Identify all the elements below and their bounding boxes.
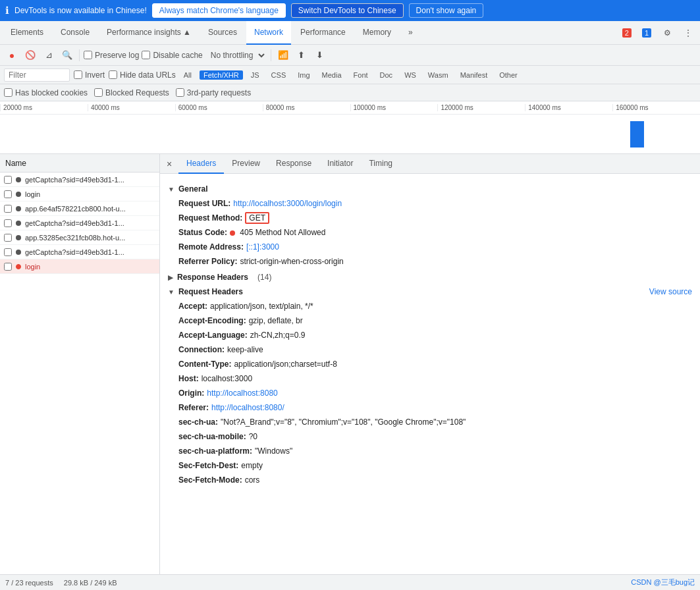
tab-memory[interactable]: Memory <box>355 21 399 45</box>
sec-ch-ua-platform-val: "Windows" <box>255 445 292 457</box>
filter-font[interactable]: Font <box>350 70 372 80</box>
throttle-select[interactable]: No throttling <box>205 49 267 62</box>
detail-tab-timing[interactable]: Timing <box>361 154 400 174</box>
request-item[interactable]: app.53285ec321fcb08b.hot-u... <box>0 230 159 245</box>
hide-data-urls-checkbox[interactable] <box>109 70 117 79</box>
request-name: getCaptcha?sid=d49eb3d1-1... <box>25 248 155 256</box>
request-item[interactable]: getCaptcha?sid=d49eb3d1-1... <box>0 245 159 259</box>
request-checkbox[interactable] <box>4 248 12 256</box>
sec-fetch-mode-row: Sec-Fetch-Mode: cors <box>168 474 692 486</box>
settings-button[interactable]: ⚙ <box>658 24 676 42</box>
third-party-checkbox[interactable] <box>176 88 184 97</box>
response-headers-title: Response Headers <box>177 273 248 282</box>
dont-show-again-button[interactable]: Don't show again <box>409 3 484 18</box>
message-badge-button[interactable]: 1 <box>638 27 655 39</box>
tab-console-label: Console <box>61 28 90 37</box>
cookies-bar: Has blocked cookies Blocked Requests 3rd… <box>0 84 700 101</box>
tab-performance-insights[interactable]: Performance insights ▲ <box>99 21 199 45</box>
accept-encoding-val: gzip, deflate, br <box>249 315 303 327</box>
filter-css[interactable]: CSS <box>267 70 290 80</box>
referrer-policy-val: strict-origin-when-cross-origin <box>240 255 343 267</box>
detail-tab-initiator[interactable]: Initiator <box>319 154 361 174</box>
has-blocked-cookies-label[interactable]: Has blocked cookies <box>4 88 88 97</box>
request-name: getCaptcha?sid=d49eb3d1-1... <box>25 219 155 227</box>
request-item[interactable]: app.6e4af578221cb800.hot-u... <box>0 201 159 216</box>
has-blocked-cookies-checkbox[interactable] <box>4 88 13 97</box>
disable-cache-checkbox[interactable] <box>142 51 150 59</box>
preserve-log-checkbox[interactable] <box>84 51 92 59</box>
timeline-bar <box>630 121 644 148</box>
tab-memory-label: Memory <box>363 28 391 37</box>
status-dot <box>16 177 21 182</box>
switch-devtools-button[interactable]: Switch DevTools to Chinese <box>291 3 404 18</box>
filter-all[interactable]: All <box>180 70 196 80</box>
remote-address-val: [::1]:3000 <box>246 241 279 253</box>
content-type-val: application/json;charset=utf-8 <box>234 358 337 370</box>
filter-bar: Invert Hide data URLs All Fetch/XHR JS C… <box>0 66 700 84</box>
filter-toggle-button[interactable]: ⊿ <box>41 47 57 63</box>
general-section-header[interactable]: ▼ General <box>168 184 692 194</box>
response-headers-triangle: ▶ <box>168 274 173 281</box>
third-party-label[interactable]: 3rd-party requests <box>176 88 251 97</box>
status-code-row: Status Code: 405 Method Not Allowed <box>168 227 692 238</box>
more-options-button[interactable]: ⋮ <box>679 24 697 42</box>
filter-input[interactable] <box>4 68 70 82</box>
request-headers-section-header[interactable]: ▼ Request Headers View source <box>168 287 692 296</box>
filter-wasm[interactable]: Wasm <box>424 70 452 80</box>
request-item[interactable]: getCaptcha?sid=d49eb3d1-1... <box>0 216 159 230</box>
blocked-requests-label[interactable]: Blocked Requests <box>94 88 169 97</box>
filter-fetch-xhr[interactable]: Fetch/XHR <box>200 70 243 80</box>
request-item[interactable]: login <box>0 187 159 201</box>
tab-network[interactable]: Network <box>246 21 291 45</box>
sec-fetch-mode-key: Sec-Fetch-Mode: <box>178 474 242 486</box>
upload-button[interactable]: ⬆ <box>294 47 310 63</box>
sec-ch-ua-val: "Not?A_Brand";v="8", "Chromium";v="108",… <box>221 416 466 428</box>
error-badge-button[interactable]: 2 <box>618 27 635 39</box>
request-checkbox[interactable] <box>4 205 12 213</box>
record-button[interactable]: ● <box>4 47 20 63</box>
tab-sources[interactable]: Sources <box>200 21 245 45</box>
request-name: app.6e4af578221cb800.hot-u... <box>25 205 155 213</box>
wifi-icon: 📶 <box>278 50 288 60</box>
view-source-button[interactable]: View source <box>649 287 692 296</box>
toolbar-separator-2 <box>271 49 271 61</box>
filter-doc[interactable]: Doc <box>376 70 397 80</box>
request-checkbox[interactable] <box>4 219 12 227</box>
invert-checkbox[interactable] <box>74 70 82 79</box>
preserve-log-label[interactable]: Preserve log <box>84 51 139 60</box>
detail-tab-preview[interactable]: Preview <box>224 154 268 174</box>
filter-ws[interactable]: WS <box>400 70 420 80</box>
filter-img[interactable]: Img <box>294 70 313 80</box>
wifi-button[interactable]: 📶 <box>275 47 291 63</box>
download-button[interactable]: ⬇ <box>312 47 328 63</box>
detail-tab-initiator-label: Initiator <box>327 159 353 168</box>
request-checkbox[interactable] <box>4 176 12 184</box>
request-item[interactable]: getCaptcha?sid=d49eb3d1-1... <box>0 173 159 187</box>
watermark: CSDN @三毛bug记 <box>631 577 695 587</box>
filter-other[interactable]: Other <box>495 70 522 80</box>
detail-tab-headers[interactable]: Headers <box>178 154 224 174</box>
search-button[interactable]: 🔍 <box>59 47 75 63</box>
blocked-requests-checkbox[interactable] <box>94 88 103 97</box>
tab-elements[interactable]: Elements <box>3 21 51 45</box>
request-checkbox[interactable] <box>4 190 12 198</box>
request-checkbox[interactable] <box>4 234 12 242</box>
always-match-button[interactable]: Always match Chrome's language <box>152 3 286 18</box>
tab-performance[interactable]: Performance <box>292 21 354 45</box>
hide-data-urls-label[interactable]: Hide data URLs <box>109 70 176 80</box>
timeline-label-3: 80000 ms <box>263 104 350 111</box>
tab-more[interactable]: » <box>400 21 421 45</box>
request-checkbox[interactable] <box>4 263 12 271</box>
clear-button[interactable]: 🚫 <box>22 47 38 63</box>
filter-js[interactable]: JS <box>247 70 263 80</box>
tab-console[interactable]: Console <box>53 21 97 45</box>
response-headers-section-header[interactable]: ▶ Response Headers (14) <box>168 273 692 282</box>
invert-label[interactable]: Invert <box>74 70 105 80</box>
disable-cache-label[interactable]: Disable cache <box>142 51 202 60</box>
status-dot-red <box>230 230 235 236</box>
request-item-error[interactable]: login <box>0 259 159 274</box>
filter-manifest[interactable]: Manifest <box>456 70 492 80</box>
detail-tab-response[interactable]: Response <box>268 154 319 174</box>
filter-media[interactable]: Media <box>318 70 346 80</box>
close-panel-button[interactable]: × <box>163 157 176 171</box>
